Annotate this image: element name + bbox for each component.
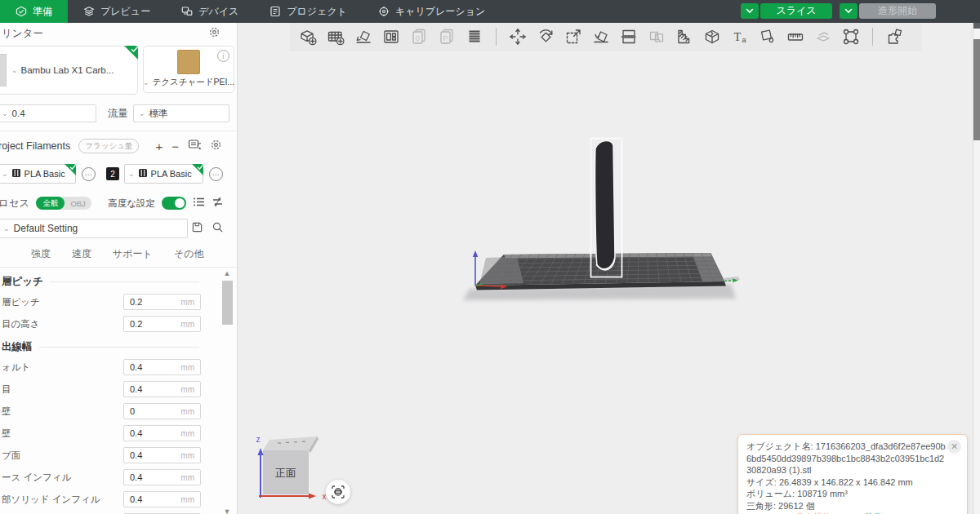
save-preset-icon[interactable] [191, 221, 203, 237]
filament-slot-1[interactable]: ⌄ PLA Basic [0, 164, 76, 184]
slice-split-button: スライス [741, 3, 832, 19]
add-filament-button[interactable]: + [155, 140, 163, 153]
orbit-navigation-button[interactable] [326, 480, 350, 504]
close-icon[interactable]: ✕ [947, 440, 961, 454]
topbar-tab-label: プレビュー [100, 5, 150, 19]
printer-card[interactable]: ⌄ Bambu Lab X1 Carb... [0, 46, 138, 95]
arrange-icon[interactable] [378, 24, 404, 49]
model-silhouette [595, 140, 615, 269]
rotate-icon[interactable] [532, 24, 559, 49]
fit-camera-icon[interactable] [838, 24, 864, 49]
param-input[interactable]: 0.4mm [123, 491, 201, 507]
ams-sync-icon[interactable] [188, 139, 201, 153]
scope-global[interactable]: 全般 [36, 197, 65, 210]
filament-slot-2[interactable]: ⌄ PLA Basic [124, 164, 203, 184]
add-plate-icon[interactable] [323, 24, 349, 49]
printer-section-header: リンター [0, 23, 237, 44]
topbar-tab-calibration[interactable]: キャリブレーション [363, 0, 501, 23]
auto-orient-icon[interactable] [350, 24, 376, 49]
move-icon[interactable] [505, 24, 531, 49]
scope-object[interactable]: OBJ [65, 199, 91, 208]
param-input[interactable]: 0mm [123, 403, 201, 419]
search-preset-icon[interactable] [212, 221, 224, 237]
plate-type-select[interactable]: ⌄ テクスチャードPEI... [143, 77, 234, 88]
window-scrollbar-thumb[interactable] [973, 39, 980, 140]
param-value: 0.2 [124, 319, 180, 329]
advanced-settings-toggle[interactable] [162, 197, 186, 210]
param-input[interactable]: 0.2mm [123, 294, 201, 310]
toolbar-separator [872, 28, 873, 46]
view-cube-top-face[interactable] [263, 436, 317, 450]
topbar-actions: スライス 造形開始 [741, 3, 936, 19]
topbar-tab-preview[interactable]: プレビュー [68, 0, 166, 23]
process-scope-switch[interactable]: 全般 OBJ [36, 197, 91, 210]
plate-texture-image [177, 50, 200, 74]
parameter-list: 層ピッチ層ピッチ0.2mm目の高さ0.2mm出線幅ォルト0.4mm目0.4mm壁… [0, 267, 237, 514]
filament-name: PLA Basic [24, 169, 65, 179]
compare-presets-icon[interactable] [212, 196, 224, 210]
scale-icon[interactable] [560, 24, 586, 49]
plugin-icon[interactable] [881, 24, 907, 49]
filament-1-more-button[interactable]: … [82, 167, 96, 181]
topbar-tab-prepare[interactable]: 準備 [0, 0, 68, 23]
cut-icon[interactable] [616, 24, 642, 49]
topbar-tab-project[interactable]: プロジェクト [254, 0, 363, 23]
param-label: プ面 [2, 450, 20, 462]
model-object[interactable] [585, 134, 629, 284]
variable-layer-height-icon[interactable] [671, 24, 697, 49]
filament-check-icon [65, 164, 76, 175]
view-cube[interactable]: 正面 z x [248, 431, 333, 514]
nozzle-select[interactable]: ⌄ 0.4 [0, 104, 96, 122]
printer-select[interactable]: ⌄ Bambu Lab X1 Carb... [11, 65, 114, 75]
mesh-boolean-icon[interactable] [699, 24, 725, 49]
param-input[interactable]: 0.4mm [123, 447, 201, 463]
param-input[interactable]: 0.4mm [123, 425, 201, 441]
filament-2-more-button[interactable]: … [209, 167, 223, 181]
add-object-icon[interactable] [295, 24, 321, 49]
setting-tab-2[interactable]: サポート [113, 247, 153, 261]
print-button[interactable]: 造形開始 [859, 3, 936, 19]
setting-tab-3[interactable]: その他 [174, 247, 204, 261]
param-value: 0.2 [124, 297, 180, 307]
param-input[interactable]: 0.4mm [123, 469, 201, 485]
param-label: 層ピッチ [2, 296, 40, 308]
param-value: 0.4 [124, 472, 180, 482]
filament-settings-gear-icon[interactable] [210, 139, 222, 154]
scrollbar-thumb[interactable] [222, 281, 233, 325]
process-preset-select[interactable]: ⌄ Default Setting [0, 219, 188, 238]
top-menu-bar: 準備プレビューデバイスプロジェクトキャリブレーション スライス 造形開始 [0, 0, 980, 23]
param-input[interactable]: 0.4mm [123, 359, 201, 375]
setting-tab-1[interactable]: 速度 [72, 247, 91, 261]
parameter-list-icon[interactable] [193, 196, 205, 210]
param-unit: mm [180, 451, 200, 460]
slice-dropdown-chevron-icon[interactable] [741, 3, 759, 19]
window-scrollbar[interactable] [973, 23, 980, 514]
print-dropdown-chevron-icon[interactable] [840, 3, 858, 19]
param-unit: mm [180, 298, 200, 307]
split-layers-icon[interactable] [461, 24, 488, 49]
measure-icon[interactable] [782, 24, 808, 49]
calibration-icon [378, 6, 390, 17]
topbar-tab-device[interactable]: デバイス [166, 0, 254, 23]
flow-select[interactable]: ⌄ 標準 [133, 104, 229, 122]
text-icon[interactable]: Ta [727, 24, 753, 49]
flush-volume-button[interactable]: フラッシュ量 [78, 139, 139, 153]
svg-text:a: a [742, 35, 746, 43]
color-paint-icon[interactable] [755, 24, 781, 49]
viewport-toolbar: 0PTa [290, 23, 921, 51]
scroll-down-icon[interactable]: ▼ [224, 507, 231, 514]
parameter-rows: 層ピッチ層ピッチ0.2mm目の高さ0.2mm出線幅ォルト0.4mm目0.4mm壁… [2, 273, 237, 514]
param-input[interactable]: 0.2mm [123, 316, 201, 332]
plate-type-card[interactable]: i ⌄ テクスチャードPEI... [143, 46, 234, 93]
setting-tab-0[interactable]: 強度 [31, 247, 51, 261]
slice-button[interactable]: スライス [760, 3, 832, 19]
param-input[interactable]: 0.4mm [123, 381, 201, 397]
viewport-3d[interactable]: 0PTa [237, 23, 980, 514]
filament-spool-icon [138, 166, 148, 181]
printer-settings-gear-icon[interactable] [208, 26, 220, 41]
lay-on-face-icon[interactable] [588, 24, 614, 49]
scroll-up-icon[interactable]: ▲ [224, 269, 231, 277]
preset-value: Default Setting [14, 223, 78, 234]
plate-info-icon[interactable]: i [217, 50, 229, 62]
remove-filament-button[interactable]: − [172, 140, 179, 153]
